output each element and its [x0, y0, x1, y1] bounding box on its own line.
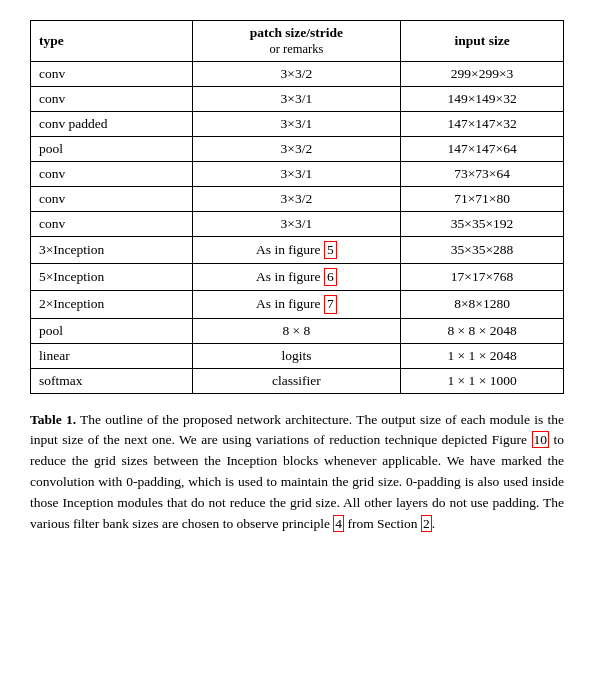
cell-patch: 3×3/2: [192, 187, 400, 212]
table-row: conv3×3/2299×299×3: [31, 62, 564, 87]
cell-input: 35×35×288: [401, 237, 564, 264]
cell-input: 71×71×80: [401, 187, 564, 212]
cell-type: linear: [31, 343, 193, 368]
figure-ref: 7: [324, 295, 337, 313]
table-row: pool8 × 88 × 8 × 2048: [31, 318, 564, 343]
cell-patch: 8 × 8: [192, 318, 400, 343]
table-row: pool3×3/2147×147×64: [31, 137, 564, 162]
cell-patch: 3×3/1: [192, 87, 400, 112]
table-row: conv padded3×3/1147×147×32: [31, 112, 564, 137]
cell-patch: classifier: [192, 368, 400, 393]
cell-input: 147×147×64: [401, 137, 564, 162]
caption-text3: from Section: [344, 516, 421, 531]
cell-patch: 3×3/2: [192, 62, 400, 87]
cell-input: 299×299×3: [401, 62, 564, 87]
cell-type: conv: [31, 162, 193, 187]
cell-patch: 3×3/1: [192, 212, 400, 237]
figure-ref: 6: [324, 268, 337, 286]
cell-input: 8×8×1280: [401, 291, 564, 318]
cell-input: 8 × 8 × 2048: [401, 318, 564, 343]
cell-type: pool: [31, 137, 193, 162]
caption-label: Table 1.: [30, 412, 76, 427]
cell-type: conv: [31, 212, 193, 237]
table-row: 5×InceptionAs in figure 617×17×768: [31, 264, 564, 291]
table-row: conv3×3/1149×149×32: [31, 87, 564, 112]
cell-type: conv padded: [31, 112, 193, 137]
cell-type: 2×Inception: [31, 291, 193, 318]
cell-input: 73×73×64: [401, 162, 564, 187]
col-patch-header: patch size/stride or remarks: [192, 21, 400, 62]
table-row: linearlogits1 × 1 × 2048: [31, 343, 564, 368]
cell-patch: logits: [192, 343, 400, 368]
table-row: conv3×3/271×71×80: [31, 187, 564, 212]
caption-ref3: 2: [421, 515, 432, 532]
table-row: softmaxclassifier1 × 1 × 1000: [31, 368, 564, 393]
cell-input: 1 × 1 × 2048: [401, 343, 564, 368]
table-row: 2×InceptionAs in figure 78×8×1280: [31, 291, 564, 318]
table-row: conv3×3/135×35×192: [31, 212, 564, 237]
table-row: 3×InceptionAs in figure 535×35×288: [31, 237, 564, 264]
table-caption: Table 1. The outline of the proposed net…: [30, 410, 564, 536]
cell-input: 149×149×32: [401, 87, 564, 112]
cell-type: pool: [31, 318, 193, 343]
cell-input: 35×35×192: [401, 212, 564, 237]
cell-patch: As in figure 6: [192, 264, 400, 291]
col-patch-main: patch size/stride: [250, 25, 343, 40]
cell-patch: 3×3/1: [192, 112, 400, 137]
figure-ref: 5: [324, 241, 337, 259]
caption-text4: .: [432, 516, 435, 531]
cell-patch: 3×3/1: [192, 162, 400, 187]
cell-type: 3×Inception: [31, 237, 193, 264]
cell-input: 147×147×32: [401, 112, 564, 137]
cell-type: conv: [31, 62, 193, 87]
cell-type: conv: [31, 87, 193, 112]
caption-text1: The outline of the proposed network arch…: [30, 412, 564, 448]
cell-type: conv: [31, 187, 193, 212]
col-type-header: type: [31, 21, 193, 62]
cell-input: 17×17×768: [401, 264, 564, 291]
caption-ref2: 4: [333, 515, 344, 532]
cell-type: 5×Inception: [31, 264, 193, 291]
architecture-table: type patch size/stride or remarks input …: [30, 20, 564, 394]
cell-patch: As in figure 7: [192, 291, 400, 318]
cell-type: softmax: [31, 368, 193, 393]
cell-patch: 3×3/2: [192, 137, 400, 162]
cell-patch: As in figure 5: [192, 237, 400, 264]
cell-input: 1 × 1 × 1000: [401, 368, 564, 393]
col-input-header: input size: [401, 21, 564, 62]
caption-ref1: 10: [532, 431, 550, 448]
col-patch-sub: or remarks: [270, 42, 324, 56]
table-row: conv3×3/173×73×64: [31, 162, 564, 187]
